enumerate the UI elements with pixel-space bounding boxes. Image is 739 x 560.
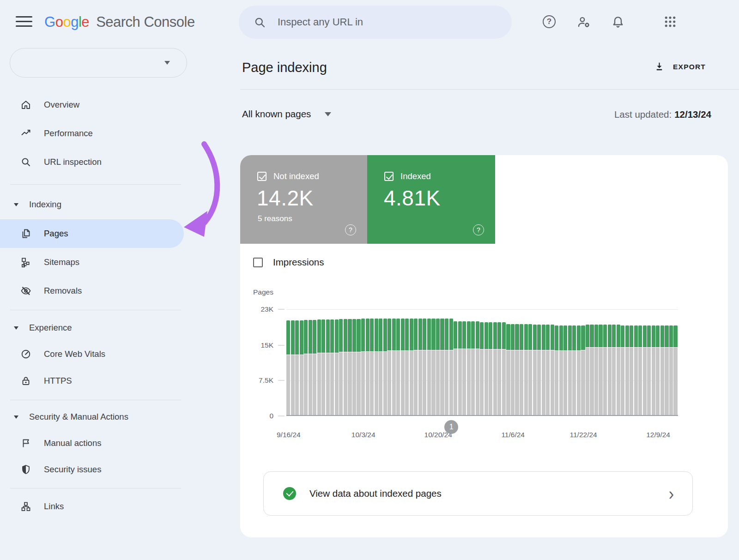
bar-indexed[interactable] [471, 321, 475, 349]
bar-not-indexed[interactable] [339, 352, 343, 415]
bar-indexed[interactable] [630, 325, 633, 348]
bar-indexed[interactable] [423, 319, 426, 350]
notifications-bell-icon[interactable] [611, 15, 625, 29]
bar-indexed[interactable] [348, 319, 351, 352]
bar-not-indexed[interactable] [295, 355, 299, 415]
bar-indexed[interactable] [418, 319, 422, 350]
bar-indexed[interactable] [304, 320, 308, 354]
bar-not-indexed[interactable] [410, 351, 413, 415]
bar-not-indexed[interactable] [617, 348, 620, 415]
bar-indexed[interactable] [431, 319, 435, 350]
bar-indexed[interactable] [410, 319, 413, 351]
bar-indexed[interactable] [309, 320, 312, 354]
bar-indexed[interactable] [542, 325, 545, 350]
bar-not-indexed[interactable] [493, 349, 497, 415]
property-selector[interactable] [10, 48, 187, 78]
bar-indexed[interactable] [467, 321, 471, 349]
url-inspection-searchbar[interactable]: Inspect any URL in [239, 6, 512, 39]
bar-not-indexed[interactable] [660, 348, 664, 415]
bar-indexed[interactable] [352, 319, 356, 352]
view-indexed-data-button[interactable]: View data about indexed pages › [263, 471, 693, 516]
bar-not-indexed[interactable] [608, 348, 612, 415]
bar-not-indexed[interactable] [630, 348, 633, 415]
bar-indexed[interactable] [608, 325, 612, 348]
bar-indexed[interactable] [669, 325, 673, 348]
bar-indexed[interactable] [295, 320, 299, 355]
bar-indexed[interactable] [436, 319, 440, 350]
bar-not-indexed[interactable] [542, 350, 545, 415]
sidebar-item-sitemaps[interactable]: Sitemaps [0, 251, 184, 273]
bar-indexed[interactable] [502, 322, 506, 349]
bar-not-indexed[interactable] [467, 349, 471, 415]
bar-not-indexed[interactable] [379, 352, 382, 415]
help-icon[interactable]: ? [345, 224, 356, 235]
bar-indexed[interactable] [370, 319, 374, 351]
sidebar-item-pages[interactable]: Pages [0, 219, 184, 248]
bar-not-indexed[interactable] [568, 351, 572, 415]
bar-indexed[interactable] [313, 320, 316, 354]
bar-indexed[interactable] [375, 319, 378, 351]
bar-not-indexed[interactable] [652, 348, 655, 415]
bar-not-indexed[interactable] [476, 349, 479, 415]
bar-not-indexed[interactable] [326, 353, 330, 415]
sidebar-item-manual-actions[interactable]: Manual actions [0, 432, 184, 454]
bar-indexed[interactable] [388, 319, 391, 351]
bar-indexed[interactable] [586, 325, 589, 348]
indexed-checkbox[interactable] [384, 172, 394, 181]
bar-indexed[interactable] [533, 325, 537, 350]
bar-indexed[interactable] [572, 325, 576, 350]
sidebar-item-security-issues[interactable]: Security issues [0, 458, 184, 481]
bar-not-indexed[interactable] [480, 349, 484, 415]
bar-not-indexed[interactable] [546, 350, 550, 415]
bar-not-indexed[interactable] [563, 351, 567, 415]
bar-not-indexed[interactable] [440, 350, 444, 415]
bar-indexed[interactable] [603, 325, 607, 348]
bar-not-indexed[interactable] [431, 350, 435, 415]
bar-not-indexed[interactable] [485, 349, 488, 415]
user-settings-icon[interactable] [577, 15, 591, 29]
bar-indexed[interactable] [647, 325, 651, 348]
bar-indexed[interactable] [594, 325, 598, 348]
bar-not-indexed[interactable] [423, 350, 426, 415]
bar-indexed[interactable] [673, 325, 677, 348]
bar-indexed[interactable] [612, 325, 616, 348]
bar-indexed[interactable] [497, 322, 501, 349]
page-scope-dropdown[interactable]: All known pages [242, 108, 331, 120]
bar-not-indexed[interactable] [594, 348, 598, 415]
bar-not-indexed[interactable] [590, 348, 594, 415]
bar-indexed[interactable] [563, 325, 567, 350]
bar-not-indexed[interactable] [317, 353, 321, 415]
bar-indexed[interactable] [581, 325, 585, 350]
bar-indexed[interactable] [405, 319, 409, 351]
bar-not-indexed[interactable] [352, 352, 356, 415]
bar-indexed[interactable] [383, 319, 387, 351]
bar-indexed[interactable] [401, 319, 405, 351]
bar-indexed[interactable] [366, 319, 370, 351]
bar-not-indexed[interactable] [313, 354, 316, 415]
bar-indexed[interactable] [458, 321, 462, 349]
bar-not-indexed[interactable] [515, 350, 519, 415]
bar-indexed[interactable] [427, 319, 431, 350]
bar-not-indexed[interactable] [489, 349, 492, 415]
bar-indexed[interactable] [577, 325, 581, 350]
bar-not-indexed[interactable] [335, 353, 339, 415]
bar-not-indexed[interactable] [304, 354, 308, 415]
bar-indexed[interactable] [559, 325, 563, 350]
bar-not-indexed[interactable] [559, 351, 563, 415]
bar-not-indexed[interactable] [502, 349, 506, 415]
bar-not-indexed[interactable] [471, 349, 475, 415]
bar-not-indexed[interactable] [462, 349, 466, 415]
bar-indexed[interactable] [414, 319, 418, 350]
bar-not-indexed[interactable] [638, 348, 642, 415]
bar-indexed[interactable] [511, 324, 515, 350]
bar-not-indexed[interactable] [511, 350, 515, 415]
bar-not-indexed[interactable] [625, 348, 629, 415]
bar-indexed[interactable] [489, 322, 492, 349]
bar-not-indexed[interactable] [291, 355, 295, 415]
bar-indexed[interactable] [300, 320, 303, 355]
bar-indexed[interactable] [515, 324, 519, 350]
bar-indexed[interactable] [537, 325, 541, 350]
bar-not-indexed[interactable] [414, 350, 418, 415]
bar-indexed[interactable] [485, 322, 488, 349]
sidebar-item-url-inspection[interactable]: URL inspection [0, 151, 184, 173]
